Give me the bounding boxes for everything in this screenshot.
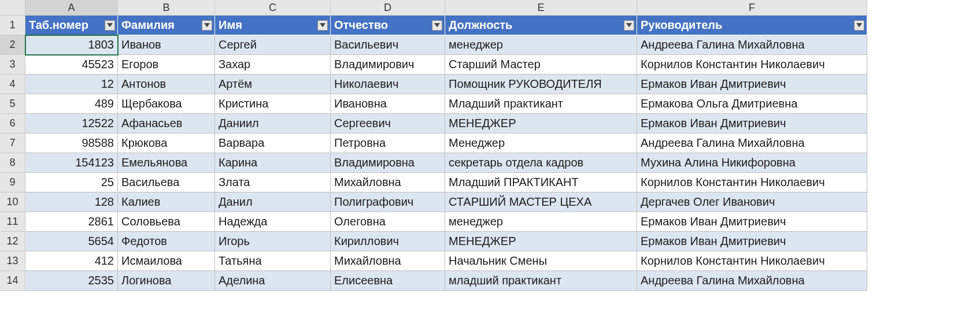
cell-C3[interactable]: Захар xyxy=(215,55,331,75)
filter-dropdown-icon[interactable] xyxy=(854,20,864,31)
cell-F8[interactable]: Мухина Алина Никифоровна xyxy=(637,153,867,173)
cell-F10[interactable]: Дергачев Олег Иванович xyxy=(637,192,867,212)
cell-B12[interactable]: Федотов xyxy=(118,232,215,251)
row-header-12[interactable]: 12 xyxy=(0,232,25,251)
row-header-8[interactable]: 8 xyxy=(0,153,25,173)
cell-A5[interactable]: 489 xyxy=(25,94,118,114)
row-header-14[interactable]: 14 xyxy=(0,271,25,291)
cell-D10[interactable]: Полиграфович xyxy=(331,192,445,212)
cell-E9[interactable]: Младший ПРАКТИКАНТ xyxy=(445,173,637,192)
cell-A7[interactable]: 98588 xyxy=(25,134,118,153)
row-header-11[interactable]: 11 xyxy=(0,212,25,232)
cell-C6[interactable]: Даниил xyxy=(215,114,331,134)
row-header-7[interactable]: 7 xyxy=(0,134,25,153)
cell-A13[interactable]: 412 xyxy=(25,251,118,271)
cell-A12[interactable]: 5654 xyxy=(25,232,118,251)
cell-C5[interactable]: Кристина xyxy=(215,94,331,114)
cell-C10[interactable]: Данил xyxy=(215,192,331,212)
cell-F5[interactable]: Ермакова Ольга Дмитриевна xyxy=(637,94,867,114)
cell-F11[interactable]: Ермаков Иван Дмитриевич xyxy=(637,212,867,232)
cell-A8[interactable]: 154123 xyxy=(25,153,118,173)
column-header-C[interactable]: C xyxy=(215,0,331,16)
select-all-corner[interactable] xyxy=(0,0,25,16)
row-header-1[interactable]: 1 xyxy=(0,16,25,35)
cell-B3[interactable]: Егоров xyxy=(118,55,215,75)
cell-D3[interactable]: Владимирович xyxy=(331,55,445,75)
cell-D2[interactable]: Васильевич xyxy=(331,35,445,55)
cell-B10[interactable]: Калиев xyxy=(118,192,215,212)
cell-D7[interactable]: Петровна xyxy=(331,134,445,153)
cell-F7[interactable]: Андреева Галина Михайловна xyxy=(637,134,867,153)
cell-E5[interactable]: Младший практикант xyxy=(445,94,637,114)
cell-C4[interactable]: Артём xyxy=(215,75,331,94)
cell-A10[interactable]: 128 xyxy=(25,192,118,212)
cell-E13[interactable]: Начальник Смены xyxy=(445,251,637,271)
row-header-13[interactable]: 13 xyxy=(0,251,25,271)
cell-E12[interactable]: МЕНЕДЖЕР xyxy=(445,232,637,251)
cell-D12[interactable]: Кириллович xyxy=(331,232,445,251)
cell-A14[interactable]: 2535 xyxy=(25,271,118,291)
row-header-4[interactable]: 4 xyxy=(0,75,25,94)
cell-B7[interactable]: Крюкова xyxy=(118,134,215,153)
cell-E6[interactable]: МЕНЕДЖЕР xyxy=(445,114,637,134)
cell-F4[interactable]: Ермаков Иван Дмитриевич xyxy=(637,75,867,94)
cell-F13[interactable]: Корнилов Константин Николаевич xyxy=(637,251,867,271)
cell-D5[interactable]: Ивановна xyxy=(331,94,445,114)
cell-B6[interactable]: Афанасьев xyxy=(118,114,215,134)
cell-F6[interactable]: Ермаков Иван Дмитриевич xyxy=(637,114,867,134)
cell-B8[interactable]: Емельянова xyxy=(118,153,215,173)
cell-B2[interactable]: Иванов xyxy=(118,35,215,55)
column-header-A[interactable]: A xyxy=(25,0,118,16)
row-header-6[interactable]: 6 xyxy=(0,114,25,134)
cell-D4[interactable]: Николаевич xyxy=(331,75,445,94)
cell-C7[interactable]: Варвара xyxy=(215,134,331,153)
filter-dropdown-icon[interactable] xyxy=(105,20,115,31)
cell-B9[interactable]: Васильева xyxy=(118,173,215,192)
table-header-cell[interactable]: Должность xyxy=(445,16,637,35)
cell-B14[interactable]: Логинова xyxy=(118,271,215,291)
row-header-5[interactable]: 5 xyxy=(0,94,25,114)
cell-C9[interactable]: Злата xyxy=(215,173,331,192)
cell-F14[interactable]: Андреева Галина Михайловна xyxy=(637,271,867,291)
table-header-cell[interactable]: Имя xyxy=(215,16,331,35)
cell-E7[interactable]: Менеджер xyxy=(445,134,637,153)
filter-dropdown-icon[interactable] xyxy=(432,20,442,31)
table-header-cell[interactable]: Отчество xyxy=(331,16,445,35)
row-header-2[interactable]: 2 xyxy=(0,35,25,55)
column-header-F[interactable]: F xyxy=(637,0,867,16)
cell-C11[interactable]: Надежда xyxy=(215,212,331,232)
cell-E2[interactable]: менеджер xyxy=(445,35,637,55)
row-header-3[interactable]: 3 xyxy=(0,55,25,75)
cell-E11[interactable]: менеджер xyxy=(445,212,637,232)
cell-A11[interactable]: 2861 xyxy=(25,212,118,232)
cell-F9[interactable]: Корнилов Константин Николаевич xyxy=(637,173,867,192)
filter-dropdown-icon[interactable] xyxy=(624,20,634,31)
cell-D13[interactable]: Михайловна xyxy=(331,251,445,271)
spreadsheet-grid[interactable]: ABCDEF1Таб.номерФамилияИмяОтчествоДолжно… xyxy=(0,0,980,291)
cell-B5[interactable]: Щербакова xyxy=(118,94,215,114)
cell-B13[interactable]: Исмаилова xyxy=(118,251,215,271)
column-header-B[interactable]: B xyxy=(118,0,215,16)
cell-E3[interactable]: Старший Мастер xyxy=(445,55,637,75)
cell-E4[interactable]: Помощник РУКОВОДИТЕЛЯ xyxy=(445,75,637,94)
cell-C13[interactable]: Татьяна xyxy=(215,251,331,271)
row-header-10[interactable]: 10 xyxy=(0,192,25,212)
cell-C14[interactable]: Аделина xyxy=(215,271,331,291)
filter-dropdown-icon[interactable] xyxy=(202,20,212,31)
cell-E14[interactable]: младший практикант xyxy=(445,271,637,291)
cell-C2[interactable]: Сергей xyxy=(215,35,331,55)
cell-D11[interactable]: Олеговна xyxy=(331,212,445,232)
table-header-cell[interactable]: Фамилия xyxy=(118,16,215,35)
cell-B11[interactable]: Соловьева xyxy=(118,212,215,232)
cell-F12[interactable]: Ермаков Иван Дмитриевич xyxy=(637,232,867,251)
cell-A3[interactable]: 45523 xyxy=(25,55,118,75)
table-header-cell[interactable]: Таб.номер xyxy=(25,16,118,35)
table-header-cell[interactable]: Руководитель xyxy=(637,16,867,35)
row-header-9[interactable]: 9 xyxy=(0,173,25,192)
cell-D6[interactable]: Сергеевич xyxy=(331,114,445,134)
cell-A2[interactable]: 1803 xyxy=(25,35,118,55)
column-header-E[interactable]: E xyxy=(445,0,637,16)
cell-C8[interactable]: Карина xyxy=(215,153,331,173)
cell-D14[interactable]: Елисеевна xyxy=(331,271,445,291)
cell-E10[interactable]: СТАРШИЙ МАСТЕР ЦЕХА xyxy=(445,192,637,212)
